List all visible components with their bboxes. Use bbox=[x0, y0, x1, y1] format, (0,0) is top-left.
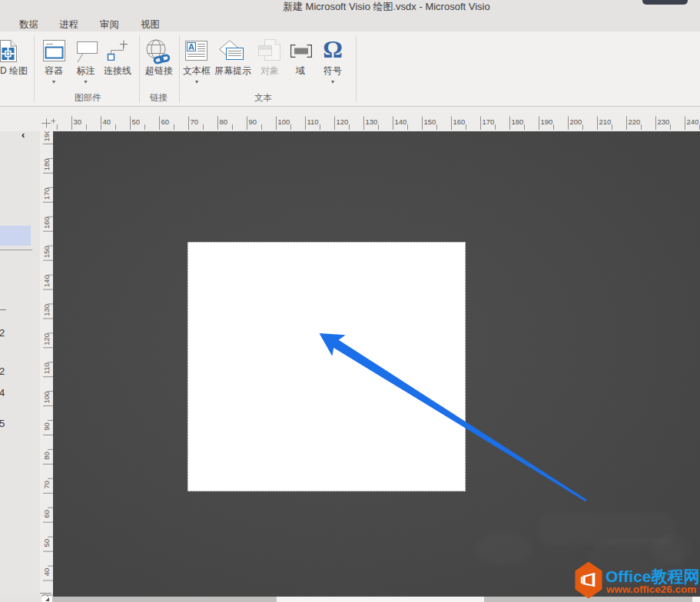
svg-text:60: 60 bbox=[161, 117, 170, 126]
svg-text:210: 210 bbox=[599, 117, 612, 126]
svg-text:80: 80 bbox=[220, 117, 228, 126]
svg-text:A: A bbox=[188, 42, 194, 51]
svg-text:220: 220 bbox=[629, 117, 641, 126]
svg-text:70: 70 bbox=[42, 481, 51, 489]
svg-text:70: 70 bbox=[191, 117, 199, 126]
svg-text:190: 190 bbox=[541, 117, 553, 126]
svg-text:190: 190 bbox=[42, 131, 51, 141]
svg-text:130: 130 bbox=[42, 304, 51, 316]
svg-text:150: 150 bbox=[42, 246, 51, 258]
svg-text:120: 120 bbox=[42, 333, 51, 346]
svg-text:160: 160 bbox=[453, 117, 466, 126]
svg-text:30: 30 bbox=[74, 117, 82, 126]
svg-text:160: 160 bbox=[42, 217, 51, 229]
svg-text:140: 140 bbox=[395, 117, 407, 126]
svg-text:170: 170 bbox=[42, 187, 51, 200]
svg-text:90: 90 bbox=[249, 117, 257, 126]
svg-text:110: 110 bbox=[307, 117, 319, 126]
svg-text:130: 130 bbox=[366, 117, 378, 126]
svg-text:200: 200 bbox=[570, 117, 582, 126]
svg-text:120: 120 bbox=[337, 117, 349, 126]
svg-text:100: 100 bbox=[278, 117, 290, 126]
svg-text:40: 40 bbox=[103, 117, 111, 126]
svg-text:230: 230 bbox=[658, 117, 670, 126]
svg-text:180: 180 bbox=[512, 117, 524, 126]
svg-text:100: 100 bbox=[42, 392, 51, 404]
svg-text:50: 50 bbox=[42, 539, 51, 547]
svg-text:Ω: Ω bbox=[323, 38, 343, 61]
svg-text:60: 60 bbox=[42, 510, 51, 518]
svg-text:140: 140 bbox=[42, 275, 51, 287]
svg-text:80: 80 bbox=[42, 452, 51, 460]
svg-text:110: 110 bbox=[42, 362, 51, 374]
svg-text:40: 40 bbox=[42, 568, 51, 577]
svg-text:90: 90 bbox=[42, 422, 51, 431]
svg-text:240: 240 bbox=[687, 117, 699, 126]
svg-text:180: 180 bbox=[42, 158, 51, 170]
svg-text:150: 150 bbox=[424, 117, 436, 126]
svg-text:50: 50 bbox=[132, 117, 141, 126]
svg-text:170: 170 bbox=[483, 117, 495, 126]
